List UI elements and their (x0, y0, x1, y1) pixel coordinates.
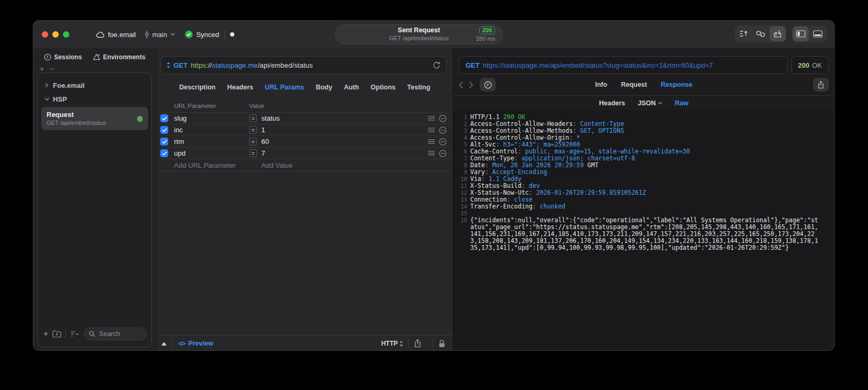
request-summary-pill[interactable]: Sent Request 200 GET /api/embed/status 2… (335, 24, 503, 44)
request-duration: 280 ms (476, 35, 495, 43)
tree-group-foe.email[interactable]: Foe.email (41, 78, 148, 92)
branch-selector[interactable]: main (144, 31, 175, 39)
branch-name: main (152, 31, 167, 39)
response-subtab-headers[interactable]: Headers (599, 99, 625, 107)
reorder-handle-icon[interactable] (428, 116, 435, 121)
add-param-row[interactable]: Add URL Parameter Add Value (157, 159, 453, 171)
param-checkbox[interactable] (160, 126, 168, 134)
param-value-cell[interactable]: =1 (249, 126, 428, 134)
reorder-handle-icon[interactable] (428, 128, 435, 132)
line-number: 1 (453, 114, 470, 121)
tab-description[interactable]: Description (179, 84, 216, 91)
export-response-button[interactable] (813, 78, 829, 92)
code-segment: chunked (540, 203, 565, 210)
url-segment: /api/embed/status (258, 61, 313, 69)
sent-method-label: GET (465, 61, 480, 69)
close-window-button[interactable] (42, 31, 48, 38)
remove-param-icon[interactable] (439, 115, 446, 122)
tab-body[interactable]: Body (316, 84, 332, 91)
import-export-button[interactable] (770, 26, 785, 41)
response-tab-info[interactable]: Info (595, 81, 607, 88)
response-subtab-json[interactable]: JSON (638, 99, 662, 107)
toggle-bottom-panel-button[interactable] (810, 26, 826, 41)
subtab-label: JSON (638, 99, 656, 107)
protocol-selector[interactable]: HTTP (381, 340, 403, 347)
param-value-cell[interactable]: =7 (249, 149, 428, 157)
url-bar[interactable]: GET https://statuspage.me/api/embed/stat… (161, 56, 446, 74)
collapse-panel-button[interactable] (157, 335, 172, 351)
request-editor-pane: GET https://statuspage.me/api/embed/stat… (157, 48, 453, 351)
preview-toggle[interactable]: </> Preview (178, 340, 213, 347)
code-segment: : (573, 127, 580, 134)
param-checkbox[interactable] (160, 138, 168, 146)
sidebar-search[interactable] (84, 328, 147, 340)
tab-options[interactable]: Options (371, 84, 396, 91)
param-checkbox[interactable] (160, 114, 168, 122)
response-subtabs: HeadersJSONRaw (453, 96, 834, 111)
add-request-button[interactable]: + (43, 330, 48, 338)
remove-param-icon[interactable] (439, 150, 446, 157)
remove-param-icon[interactable] (439, 126, 446, 134)
sent-request-url-box[interactable]: GET https://statuspage.me/api/embed/stat… (459, 56, 788, 74)
code-segment: : (518, 148, 525, 155)
request-tree: Foe.emailHSPRequestGET /api/embed/status (38, 73, 151, 324)
param-value-cell[interactable]: =status (249, 114, 428, 122)
line-number: 8 (453, 162, 470, 169)
desktop-background: foe.email main Synced (0, 0, 868, 390)
response-tab-response[interactable]: Response (661, 81, 692, 88)
sync-loop-button[interactable] (753, 26, 769, 41)
sidebar-tab-environments[interactable]: Environments (93, 53, 145, 61)
response-line: 16{"incidents":null,"overall":{"code":"o… (453, 217, 834, 251)
param-value[interactable]: 60 (261, 138, 269, 146)
search-input[interactable] (98, 330, 137, 338)
param-name[interactable]: inc (174, 126, 249, 134)
project-switcher[interactable]: foe.email (96, 31, 136, 39)
tab-auth[interactable]: Auth (344, 84, 359, 91)
sidebar-tab-sessions[interactable]: Sessions (44, 53, 82, 61)
param-value[interactable]: 7 (261, 149, 265, 157)
share-icon[interactable] (414, 339, 421, 348)
unsaved-indicator-dot (230, 32, 234, 37)
remove-param-icon[interactable] (439, 138, 446, 146)
status-code-badge: 200 (479, 26, 495, 34)
param-name[interactable]: slug (174, 114, 249, 122)
tree-request-item[interactable]: RequestGET /api/embed/status (41, 107, 148, 130)
param-name[interactable]: rtm (174, 138, 249, 146)
lock-icon (438, 340, 445, 348)
add-session-button[interactable]: + (40, 66, 44, 71)
tree-group-hsp[interactable]: HSP (41, 92, 148, 106)
reorder-handle-icon[interactable] (428, 151, 435, 156)
sort-requests-button[interactable] (736, 26, 752, 41)
sidebar-tabs: SessionsEnvironments (33, 48, 156, 66)
line-number: 14 (453, 203, 470, 210)
response-tab-request[interactable]: Request (621, 81, 647, 88)
add-param-name-placeholder[interactable]: Add URL Parameter (174, 161, 249, 169)
response-subtab-raw[interactable]: Raw (675, 99, 689, 107)
line-number: 4 (453, 134, 470, 141)
response-body[interactable]: 1HTTP/1.1 200 OK2Access-Control-Allow-He… (453, 111, 834, 351)
code-segment: : (485, 168, 492, 176)
line-number: 2 (453, 121, 470, 128)
url-segment: statuspage.me (212, 61, 258, 69)
list-filter-icon[interactable] (70, 331, 80, 337)
new-folder-icon[interactable] (52, 330, 61, 338)
code-segment: 200 OK (503, 113, 525, 121)
param-checkbox[interactable] (160, 149, 168, 157)
add-param-value-placeholder[interactable]: Add Value (261, 161, 293, 169)
param-value[interactable]: status (261, 114, 280, 122)
sync-status[interactable]: Synced (185, 30, 219, 39)
tab-testing[interactable]: Testing (407, 84, 431, 91)
method-stepper-icon[interactable] (167, 62, 170, 68)
send-refresh-icon[interactable] (433, 61, 441, 69)
minimize-window-button[interactable] (52, 31, 59, 38)
param-value[interactable]: 1 (261, 126, 265, 134)
tab-url-params[interactable]: URL Params (265, 84, 304, 91)
tab-headers[interactable]: Headers (227, 84, 253, 91)
param-name[interactable]: upd (174, 149, 249, 157)
zoom-window-button[interactable] (63, 31, 69, 38)
remove-session-button[interactable]: − (49, 66, 53, 71)
reorder-handle-icon[interactable] (428, 139, 435, 144)
tree-group-label: HSP (53, 95, 67, 103)
param-value-cell[interactable]: =60 (249, 138, 428, 146)
toggle-sidebar-button[interactable] (793, 26, 809, 41)
